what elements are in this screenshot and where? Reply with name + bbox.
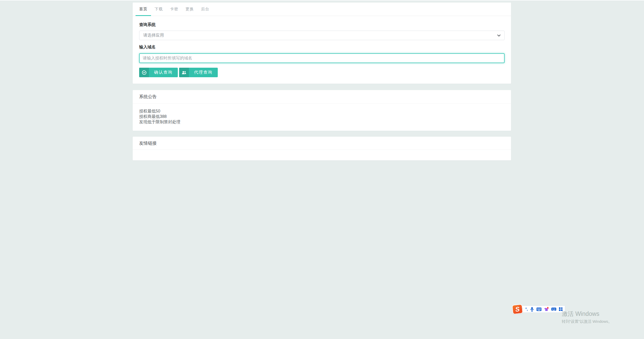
tab-admin[interactable]: 后台 [197, 3, 213, 16]
page: 首页 下载 卡密 更换 后台 查询系统 请选择应用 输入域名 [0, 0, 644, 339]
tab-home[interactable]: 首页 [136, 3, 151, 16]
app-select-value: 请选择应用 [143, 33, 164, 38]
system-select-label: 查询系统 [139, 22, 505, 28]
check-circle-icon [139, 68, 149, 77]
skin-shirt-icon[interactable] [544, 306, 549, 312]
tab-replace[interactable]: 更换 [182, 3, 197, 16]
keyboard-icon[interactable] [536, 306, 542, 312]
main-content-column: 首页 下载 卡密 更换 后台 查询系统 请选择应用 输入域名 [133, 3, 511, 160]
page-top-edge [0, 0, 644, 1]
tab-download[interactable]: 下载 [151, 3, 166, 16]
announcement-card: 系统公告 授权最低50 授权商最低388 发现低于限制禁封处理 [133, 90, 511, 131]
emoji-face-icon[interactable] [551, 306, 556, 312]
links-card: 友情链接 [133, 137, 511, 160]
microphone-icon[interactable] [530, 306, 534, 312]
ime-toolbar: 中 °, [521, 306, 565, 313]
app-select[interactable]: 请选择应用 [139, 31, 505, 40]
windows-activation-watermark: 激活 Windows 转到“设置”以激活 Windows。 [562, 310, 612, 324]
links-title: 友情链接 [133, 137, 511, 150]
announcement-line: 授权商最低388 [139, 114, 505, 119]
domain-input[interactable] [139, 53, 505, 63]
announcement-line: 授权最低50 [139, 108, 505, 114]
form-actions: 确认查询 代理查询 [139, 68, 505, 77]
announcement-body: 授权最低50 授权商最低388 发现低于限制禁封处理 [133, 103, 511, 131]
query-form: 查询系统 请选择应用 输入域名 [133, 16, 511, 84]
query-card: 首页 下载 卡密 更换 后台 查询系统 请选择应用 输入域名 [133, 3, 511, 84]
sogou-logo-icon[interactable]: S [512, 304, 523, 315]
nav-tabbar: 首页 下载 卡密 更换 后台 [133, 3, 511, 16]
announcement-title: 系统公告 [133, 90, 511, 103]
announcement-line: 发现低于限制禁封处理 [139, 119, 505, 125]
agent-query-button[interactable]: 代理查询 [179, 68, 218, 77]
punctuation-mode-icon[interactable]: °, [525, 306, 528, 312]
watermark-title: 激活 Windows [562, 310, 612, 318]
chevron-down-icon [497, 33, 501, 39]
users-icon [179, 68, 189, 77]
links-body [133, 150, 511, 160]
confirm-query-label: 确认查询 [149, 68, 178, 77]
watermark-subtitle: 转到“设置”以激活 Windows。 [562, 319, 612, 324]
confirm-query-button[interactable]: 确认查询 [139, 68, 178, 77]
agent-query-label: 代理查询 [189, 68, 218, 77]
domain-input-label: 输入域名 [139, 45, 505, 50]
tab-card-key[interactable]: 卡密 [166, 3, 182, 16]
